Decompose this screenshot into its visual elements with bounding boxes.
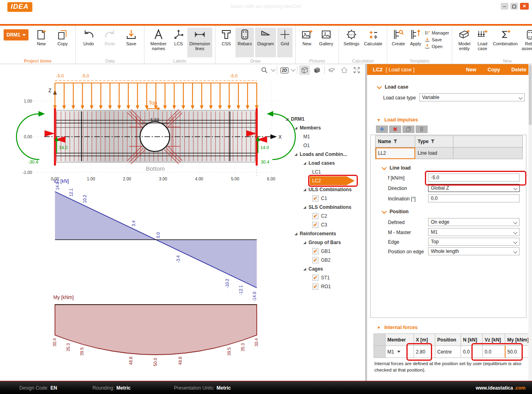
template-save-button[interactable]: Save [424,37,449,42]
trash-button[interactable] [416,125,428,133]
inclination-input[interactable]: 0.0 [428,194,520,202]
impulse-col-type[interactable]: Type [415,136,453,147]
new-rebar-assembly-button[interactable]: Rebar assembly [520,28,532,57]
panel-copy-button[interactable]: Copy [487,67,500,73]
checkbox-c3[interactable]: ✔ [312,222,319,228]
apply-template-button[interactable]: Apply [408,28,423,57]
expander-icon[interactable] [303,268,306,271]
filter-icon[interactable] [394,139,397,143]
tree-item-st1[interactable]: ✔ST1 [312,273,330,282]
member-names-toggle[interactable]: Member names [147,28,170,57]
if-position-cell[interactable]: Centre [435,346,461,358]
if-vz-cell[interactable]: 0.0 [482,346,505,358]
section-internal-forces[interactable]: ▼ Internal forces [377,325,418,330]
tree-item-sls-combinations[interactable]: SLS Combinations [303,203,351,212]
checkbox-gb2[interactable]: ✔ [312,257,319,263]
zoom-tool-button[interactable] [259,65,270,75]
section-position[interactable]: Position [382,209,408,214]
section-load-impulses[interactable]: ▼ Load impulses [377,117,418,123]
tree-item-c2[interactable]: ✔C2 [312,212,327,220]
template-open-button[interactable]: Open [424,44,449,49]
impulse-type-cell[interactable]: Line load [415,147,453,159]
grid-toggle[interactable]: Grid [277,28,292,57]
template-manager-button[interactable]: Manager [424,30,449,36]
create-template-button[interactable]: Create [390,28,407,57]
calculate-button[interactable]: Calculate [362,28,384,57]
impulse-row[interactable]: LL2 Line load [376,147,523,159]
filter-icon[interactable] [431,139,435,143]
tree-item-reinforcements[interactable]: Reinforcements [294,229,336,238]
edge-select[interactable]: Top [428,238,520,246]
if-member-cell[interactable]: M1 [385,346,414,358]
expander-icon[interactable] [294,232,297,235]
expander-icon[interactable] [303,188,306,191]
expander-icon[interactable] [303,162,306,165]
checkbox-c1[interactable]: ✔ [312,195,319,202]
zoom-dropdown-chevron[interactable] [271,67,275,71]
tree-item-lc1[interactable]: LC1 [312,168,321,176]
new-project-item-button[interactable]: New [31,28,51,57]
checkbox-gb1[interactable]: ✔ [312,248,319,255]
delete-impulse-button[interactable]: ✖ [389,125,401,133]
new-combination-button[interactable]: Combination [491,28,519,57]
lcs-toggle[interactable]: LCS [171,28,186,57]
master-select[interactable]: M1 [428,228,520,236]
checkbox-c2[interactable]: ✔ [312,213,319,219]
undo-button[interactable]: Undo [79,28,99,57]
panel-new-button[interactable]: New [466,67,477,73]
tree-item-m1[interactable]: M1 [303,132,310,141]
if-my-cell[interactable]: 50.0 [505,346,532,358]
tree-item-gb2[interactable]: ✔GB2 [312,256,331,265]
css-toggle[interactable]: CSS [218,28,234,57]
tree-item-load-cases[interactable]: Load cases [303,159,335,168]
dimension-lines-toggle[interactable]: Dimension lines [187,28,212,57]
panel-scrollbar[interactable] [528,64,532,381]
tree-item-o1[interactable]: O1 [303,141,310,150]
maximize-button[interactable]: ▢ [510,3,518,10]
new-load-case-button[interactable]: Load case [475,28,490,57]
defined-select[interactable]: On edge [428,218,520,226]
if-n-cell[interactable]: 0.0 [461,346,482,358]
checkbox-st1[interactable]: ✔ [312,275,319,281]
new-picture-button[interactable]: New [298,28,315,57]
tree-item-c3[interactable]: ✔C3 [312,220,327,229]
tree-item-c1[interactable]: ✔C1 [312,194,327,203]
checkbox-ro1[interactable]: ✔ [312,283,319,290]
project-item-selector[interactable]: DRM1 [4,29,28,40]
model-canvas[interactable]: 1.000.00-1.000.001.002.003.004.005.006.0… [0,64,365,381]
expander-icon[interactable] [294,153,297,156]
position-on-edge-select[interactable]: Whole length [428,247,520,255]
diagram-toggle[interactable]: Diagram [255,28,276,57]
settings-button[interactable]: </> Settings [342,28,361,57]
save-button[interactable]: Save [121,28,141,57]
new-model-entity-button[interactable]: Model entity [455,28,473,57]
expander-icon[interactable] [303,206,306,209]
impulse-col-name[interactable]: Name [376,136,415,147]
tree-item-members[interactable]: Members [294,123,321,132]
scrollbar-thumb[interactable] [529,65,532,125]
tree-item-ro1[interactable]: ✔RO1 [312,282,331,291]
tree-item-group-of-bars[interactable]: Group of Bars [303,238,341,247]
section-line-load[interactable]: Line load [382,165,411,171]
load-case-type-select[interactable]: Variable [419,93,525,101]
f-input[interactable]: -5.0 [428,174,520,182]
close-button[interactable]: ✕ [520,3,529,10]
add-impulse-button[interactable]: ✚ [376,125,388,133]
tree-item-loads-and-combin[interactable]: Loads and Combin... [294,150,347,159]
impulse-name-cell[interactable]: LL2 [376,147,415,159]
copy-impulse-button[interactable] [402,125,414,133]
expander-icon[interactable] [294,127,297,129]
rebars-toggle[interactable]: Rebars [236,28,254,57]
website-link[interactable]: www.ideastatica .com [476,385,526,391]
tree-item-cages[interactable]: Cages [303,265,323,273]
tree-item-uls-combinations[interactable]: ULS Combinations [303,185,351,194]
minimize-button[interactable]: ─ [501,3,508,10]
gallery-button[interactable]: Gallery [317,28,336,57]
if-x-cell[interactable]: 2.80 [414,346,435,358]
panel-delete-button[interactable]: Delete [511,67,526,73]
tree-item-lc2[interactable]: LC2 [312,176,321,185]
section-load-case[interactable]: Load case [378,84,408,90]
expander-icon[interactable] [286,118,288,121]
copy-project-item-button[interactable]: Copy [53,28,73,57]
expander-icon[interactable] [303,241,306,244]
